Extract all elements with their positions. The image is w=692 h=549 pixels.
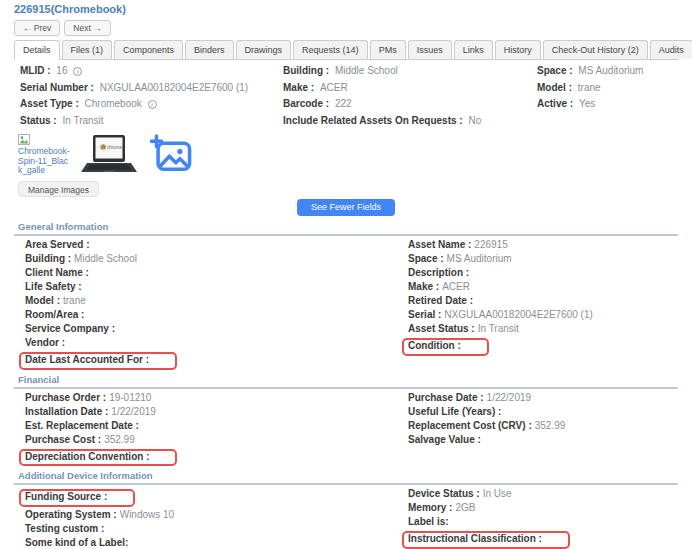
- page-title[interactable]: 226915(Chromebook): [14, 3, 678, 16]
- field-label: Purchase Order :: [25, 392, 106, 403]
- field-label: Asset Name :: [408, 239, 471, 250]
- field-value: trane: [578, 82, 601, 93]
- section-general: Area Served : Building :Middle School Cl…: [14, 238, 678, 370]
- field-space: Space :MS Auditorium: [408, 254, 678, 265]
- field-label: Some kind of a Label:: [25, 537, 128, 548]
- field-value: MS Auditorium: [447, 253, 512, 264]
- field-value: Chromebook: [85, 98, 142, 109]
- field-value: In Use: [483, 488, 512, 499]
- highlighted-field-label: Depreciation Convention :: [19, 449, 177, 467]
- general-left-column: Area Served : Building :Middle School Cl…: [25, 240, 408, 370]
- field-label: Active :: [537, 98, 573, 109]
- field-label: Model :: [537, 82, 572, 93]
- field-instructional-classification: Instructional Classification :: [408, 531, 678, 549]
- field-label: Service Company :: [25, 323, 115, 334]
- tab-issues[interactable]: Issues: [408, 40, 452, 59]
- field-service-company: Service Company :: [25, 324, 408, 335]
- financial-left-column: Purchase Order :19-01210 Installation Da…: [25, 393, 408, 467]
- field-label: Replacement Cost (CRV) :: [408, 420, 532, 431]
- field-building: Building :Middle School: [25, 254, 408, 265]
- chromebook-thumbnail[interactable]: chrome: [78, 134, 140, 178]
- field-model: Model :trane: [25, 296, 408, 307]
- field-label: Status :: [20, 115, 57, 126]
- image-file-link[interactable]: Chromebook-Spin-11_Black_galle: [18, 147, 72, 176]
- field-value: trane: [63, 295, 86, 306]
- field-label: Make :: [408, 281, 439, 292]
- tab-requests[interactable]: Requests (14): [293, 40, 368, 59]
- highlighted-field-label: Funding Source :: [19, 489, 135, 507]
- asset-details-page: 226915(Chromebook) ← Prev Next → Details…: [0, 0, 692, 549]
- field-value: 16: [56, 65, 67, 76]
- tab-links[interactable]: Links: [454, 40, 493, 59]
- info-icon[interactable]: i: [148, 100, 157, 109]
- field-value: Yes: [579, 98, 595, 109]
- field-date-last-accounted-for: Date Last Accounted For :: [25, 352, 408, 370]
- field-make: Make : ACER: [283, 83, 537, 94]
- field-label: Operating System :: [25, 509, 117, 520]
- tab-drawings[interactable]: Drawings: [236, 40, 292, 59]
- section-divider: [14, 387, 678, 389]
- field-est-replacement-date: Est. Replacement Date :: [25, 421, 408, 432]
- field-value: 352.99: [535, 420, 566, 431]
- field-label: Client Name :: [25, 267, 89, 278]
- tab-binders[interactable]: Binders: [185, 40, 234, 59]
- field-label: Memory :: [408, 502, 452, 513]
- section-title-general: General Information: [18, 221, 678, 232]
- field-label: Asset Type :: [20, 98, 79, 109]
- field-label-is: Label is:: [408, 517, 678, 528]
- field-space: Space : MS Auditorium: [537, 66, 678, 77]
- field-value: Middle School: [74, 253, 137, 264]
- field-label: Installation Date :: [25, 406, 108, 417]
- field-label: Area Served :: [25, 239, 89, 250]
- additional-right-column: Device Status :In Use Memory :2GB Label …: [408, 489, 678, 549]
- field-serial-number: Serial Number : NXGULAA00182004E2E7600 (…: [20, 83, 283, 94]
- field-label: Salvage Value :: [408, 434, 481, 445]
- field-value: 1/22/2019: [487, 392, 532, 403]
- field-value: ACER: [442, 281, 470, 292]
- field-client-name: Client Name :: [25, 268, 408, 279]
- field-model: Model : trane: [537, 83, 678, 94]
- tab-components[interactable]: Components: [114, 40, 183, 59]
- field-testing-custom: Testing custom :: [25, 524, 408, 535]
- tab-pms[interactable]: PMs: [370, 40, 406, 59]
- broken-image-attachment: Chromebook-Spin-11_Black_galle: [18, 134, 72, 176]
- field-label: Device Status :: [408, 488, 480, 499]
- section-divider: [14, 483, 678, 485]
- field-funding-source: Funding Source :: [25, 489, 408, 507]
- highlighted-field-label: Date Last Accounted For :: [19, 352, 177, 370]
- field-label: Serial :: [408, 309, 441, 320]
- tab-details[interactable]: Details: [14, 40, 60, 60]
- tab-checkout-history[interactable]: Check-Out History (2): [543, 40, 648, 59]
- prev-button[interactable]: ← Prev: [14, 20, 60, 36]
- field-some-kind-of-label: Some kind of a Label:: [25, 538, 408, 549]
- section-title-additional: Additional Device Information: [18, 470, 678, 481]
- next-button[interactable]: Next →: [64, 20, 110, 36]
- field-salvage-value: Salvage Value :: [408, 435, 678, 446]
- section-divider: [14, 234, 678, 236]
- pagination-controls: ← Prev Next →: [14, 20, 678, 36]
- tab-audits[interactable]: Audits: [650, 40, 692, 59]
- field-make: Make :ACER: [408, 282, 678, 293]
- field-label: Barcode :: [283, 98, 329, 109]
- field-value: In Transit: [478, 323, 519, 334]
- info-icon[interactable]: i: [73, 67, 82, 76]
- field-label: Label is:: [408, 516, 449, 527]
- tab-history[interactable]: History: [495, 40, 541, 59]
- field-value: Windows 10: [120, 509, 174, 520]
- summary-column-3: Space : MS Auditorium Model : trane Acti…: [537, 66, 678, 126]
- see-fewer-fields-button[interactable]: See Fewer Fields: [297, 199, 395, 216]
- field-installation-date: Installation Date :1/22/2019: [25, 407, 408, 418]
- tab-files[interactable]: Files (1): [62, 40, 113, 59]
- field-status: Status : In Transit: [20, 116, 283, 127]
- additional-left-column: Funding Source : Operating System :Windo…: [25, 489, 408, 549]
- summary-column-1: MLID : 16 i Serial Number : NXGULAA00182…: [20, 66, 283, 126]
- add-image-button[interactable]: [150, 134, 192, 174]
- field-barcode: Barcode : 222: [283, 99, 537, 110]
- manage-images-button[interactable]: Manage Images: [18, 181, 99, 197]
- field-value: 2GB: [455, 502, 475, 513]
- field-condition: Condition :: [408, 338, 678, 356]
- field-label: Testing custom :: [25, 523, 104, 534]
- field-value: NXGULAA00182004E2E7600 (1): [100, 82, 248, 93]
- field-value: 1/22/2019: [111, 406, 156, 417]
- broken-image-icon: [18, 134, 30, 145]
